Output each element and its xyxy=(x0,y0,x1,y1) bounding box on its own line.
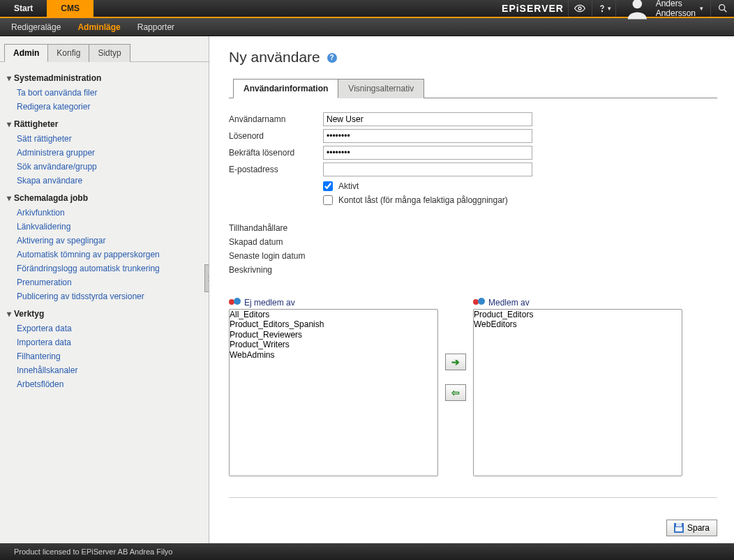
nav-item[interactable]: Ta bort oanvända filer xyxy=(4,86,204,100)
locked-checkbox[interactable] xyxy=(323,195,333,205)
arrow-right-icon: ➔ xyxy=(451,356,460,368)
meta-created: Skapad datum xyxy=(229,235,717,249)
username-label: Användarnamn xyxy=(229,114,323,124)
email-input[interactable] xyxy=(323,162,532,176)
not-member-list[interactable]: All_EditorsProduct_Editors_SpanishProduc… xyxy=(229,309,438,476)
nav-item[interactable]: Arkivfunktion xyxy=(4,206,204,220)
nav-item[interactable]: Länkvalidering xyxy=(4,220,204,234)
list-item[interactable]: WebAdmins xyxy=(230,350,437,360)
subnav-admin[interactable]: Adminläge xyxy=(70,20,127,35)
subnav-reports[interactable]: Rapporter xyxy=(130,20,181,35)
nav-item[interactable]: Arbetsflöden xyxy=(4,377,204,391)
group-icon xyxy=(229,298,241,308)
license-text: Product licensed to EPiServer AB Andrea … xyxy=(14,547,172,556)
nav-item[interactable]: Exportera data xyxy=(4,321,204,335)
group-icon xyxy=(473,298,486,308)
list-item[interactable]: Product_Editors_Spanish xyxy=(230,319,437,329)
meta-provider: Tillhandahållare xyxy=(229,221,717,235)
brand-logo: EPiSERVER xyxy=(502,0,568,17)
nav-item[interactable]: Automatisk tömning av papperskorgen xyxy=(4,248,204,262)
tab-user-info[interactable]: Användarinformation xyxy=(233,79,338,98)
nav-item[interactable]: Förändringslogg automatisk trunkering xyxy=(4,262,204,275)
password-label: Lösenord xyxy=(229,131,323,141)
tab-display-options[interactable]: Visningsalternativ xyxy=(338,79,424,98)
email-label: E-postadress xyxy=(229,165,323,174)
save-button[interactable]: Spara xyxy=(666,520,717,536)
nav-item[interactable]: Filhantering xyxy=(4,349,204,363)
confirm-password-label: Bekräfta lösenord xyxy=(229,148,323,158)
nav-item[interactable]: Redigera kategorier xyxy=(4,100,204,114)
password-input[interactable] xyxy=(323,129,532,143)
nav-item[interactable]: Prenumeration xyxy=(4,275,204,289)
list-item[interactable]: Product_Reviewers xyxy=(230,330,437,340)
user-menu[interactable]: Anders Andersson ▾ xyxy=(615,0,710,17)
svg-point-1 xyxy=(601,10,602,11)
username-input[interactable] xyxy=(323,112,532,126)
nav-item[interactable]: Importera data xyxy=(4,335,204,349)
nav-item[interactable]: Sök användare/grupp xyxy=(4,160,204,174)
nav-item[interactable]: Skapa användare xyxy=(4,174,204,188)
nav-item[interactable]: Publicering av tidsstyrda versioner xyxy=(4,289,204,303)
nav-list: ▾Systemadministration Ta bort oanvända f… xyxy=(0,62,209,397)
list-item[interactable]: Product_Editors xyxy=(474,310,682,319)
list-item[interactable]: WebEditors xyxy=(474,319,682,329)
topnav-cms[interactable]: CMS xyxy=(47,0,93,17)
top-bar: Start CMS EPiSERVER ▾ Anders Andersson ▾ xyxy=(0,0,734,18)
help-circle-icon[interactable]: ? xyxy=(327,53,337,63)
preview-icon[interactable] xyxy=(568,0,592,17)
content-tabstrip: Användarinformation Visningsalternativ xyxy=(229,78,717,98)
svg-point-0 xyxy=(578,7,581,10)
add-to-member-button[interactable]: ➔ xyxy=(445,354,466,370)
nav-item[interactable]: Sätt rättigheter xyxy=(4,132,204,146)
sidebar-resize-handle[interactable] xyxy=(204,264,209,292)
nav-group-tools[interactable]: ▾Verktyg xyxy=(4,303,204,321)
not-member-header: Ej medlem av xyxy=(229,298,438,309)
content-area: Ny användare ? Användarinformation Visni… xyxy=(209,36,734,543)
save-icon xyxy=(674,523,684,533)
active-checkbox[interactable] xyxy=(323,181,333,191)
svg-line-4 xyxy=(724,10,726,12)
active-label: Aktivt xyxy=(338,181,359,191)
footer: Product licensed to EPiServer AB Andrea … xyxy=(0,543,734,560)
sidetab-config[interactable]: Konfig xyxy=(48,44,89,62)
search-icon[interactable] xyxy=(710,0,734,17)
meta-description: Beskrivning xyxy=(229,263,717,277)
nav-item[interactable]: Administrera grupper xyxy=(4,146,204,160)
sidetab-admin[interactable]: Admin xyxy=(4,44,48,62)
remove-from-member-button[interactable]: ⇦ xyxy=(445,384,466,401)
help-icon[interactable]: ▾ xyxy=(592,0,615,17)
member-list[interactable]: Product_EditorsWebEditors xyxy=(473,309,682,476)
sidetab-pagetype[interactable]: Sidtyp xyxy=(89,44,130,62)
meta-lastlogin: Senaste login datum xyxy=(229,249,717,263)
arrow-left-icon: ⇦ xyxy=(451,387,460,398)
confirm-password-input[interactable] xyxy=(323,146,532,160)
svg-point-3 xyxy=(719,5,724,10)
user-name: Anders Andersson xyxy=(656,0,696,18)
meta-list: Tillhandahållare Skapad datum Senaste lo… xyxy=(229,221,717,277)
member-header: Medlem av xyxy=(473,298,682,309)
nav-group-scheduled[interactable]: ▾Schemalagda jobb xyxy=(4,188,204,206)
page-title: Ny användare ? xyxy=(229,49,717,66)
topnav-start[interactable]: Start xyxy=(0,0,47,17)
list-item[interactable]: Product_Writers xyxy=(230,340,437,349)
nav-group-rights[interactable]: ▾Rättigheter xyxy=(4,114,204,132)
nav-item[interactable]: Aktivering av speglingar xyxy=(4,234,204,248)
list-item[interactable]: All_Editors xyxy=(230,310,437,319)
nav-item[interactable]: Innehållskanaler xyxy=(4,363,204,377)
sidebar: Admin Konfig Sidtyp ▾Systemadministratio… xyxy=(0,36,209,543)
svg-point-2 xyxy=(633,0,643,8)
nav-group-sysadmin[interactable]: ▾Systemadministration xyxy=(4,68,204,86)
subnav-edit[interactable]: Redigeraläge xyxy=(4,20,68,35)
locked-label: Kontot låst (för många felaktiga påloggn… xyxy=(338,195,508,205)
